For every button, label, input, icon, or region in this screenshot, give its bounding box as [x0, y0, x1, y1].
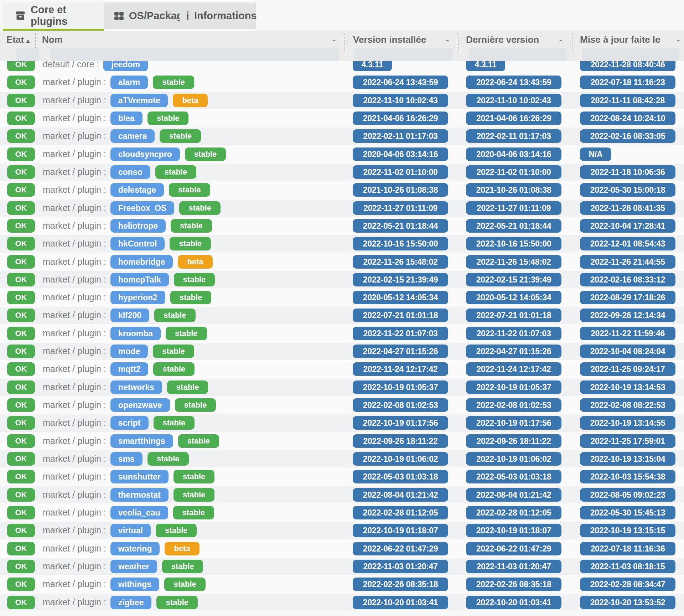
- column-divider: [344, 33, 345, 52]
- channel-badge: stable: [153, 345, 194, 358]
- plugin-name-badge[interactable]: conso: [110, 165, 150, 179]
- updated-badge: 2022-11-25 17:59:01: [580, 434, 675, 448]
- filter-derniere-version-input[interactable]: [468, 48, 567, 61]
- filter-etat-input[interactable]: [16, 48, 40, 61]
- status-badge: OK: [7, 488, 35, 502]
- installed-badge: 2022-04-27 01:15:26: [353, 345, 448, 358]
- table-row: OKmarket / plugin :consostable2022-11-02…: [0, 163, 684, 181]
- table-row: OKmarket / plugin :klf200stable2022-07-2…: [0, 306, 684, 324]
- column-control-nom[interactable]: -: [331, 34, 338, 45]
- table-row: OKmarket / plugin :kroombastable2022-11-…: [0, 324, 684, 342]
- plugin-name-badge[interactable]: veolia_eau: [110, 506, 168, 519]
- plugin-name-badge[interactable]: sunshutter: [110, 470, 169, 483]
- table-row: OKmarket / plugin :alarmstable2022-06-24…: [0, 73, 684, 91]
- channel-badge: stable: [170, 291, 212, 304]
- plugin-name-badge[interactable]: openzwave: [110, 398, 170, 412]
- table-row: OKmarket / plugin :virtualstable2022-10-…: [0, 521, 684, 539]
- plugin-name-badge[interactable]: blea: [110, 112, 142, 125]
- plugin-name-badge[interactable]: zigbee: [110, 596, 152, 609]
- plugin-name-badge[interactable]: withings: [110, 578, 159, 591]
- plugin-name-badge[interactable]: mqtt2: [110, 362, 149, 376]
- row-scope-label: market / plugin :: [43, 525, 106, 535]
- row-scope-label: market / plugin :: [43, 167, 106, 177]
- tab-core-et-plugins[interactable]: Core et plugins: [3, 2, 104, 31]
- latest-badge: 2022-08-04 01:21:42: [466, 488, 561, 502]
- column-header-etat[interactable]: Etat▲: [6, 34, 31, 45]
- plugin-name-badge[interactable]: delestage: [110, 183, 164, 197]
- status-badge: OK: [7, 434, 35, 448]
- table-row: OKmarket / plugin :openzwavestable2022-0…: [0, 396, 684, 414]
- plugin-name-badge[interactable]: mode: [110, 345, 148, 358]
- plugin-name-badge[interactable]: virtual: [110, 524, 151, 537]
- table-row: OKmarket / plugin :cloudsyncprostable202…: [0, 145, 684, 163]
- plugin-name-badge[interactable]: thermostat: [110, 488, 169, 502]
- latest-badge: 2022-11-24 12:17:42: [466, 362, 561, 376]
- installed-badge: 2022-05-21 01:18:44: [353, 219, 448, 233]
- plugin-name-badge[interactable]: hkControl: [110, 237, 165, 250]
- plugin-name-badge[interactable]: hyperion2: [110, 291, 165, 304]
- channel-badge: stable: [153, 362, 195, 376]
- column-control-version-installee[interactable]: -: [444, 34, 451, 45]
- row-scope-label: market / plugin :: [43, 561, 106, 571]
- tab-informations[interactable]: i Informations: [180, 2, 256, 29]
- latest-badge: 2022-10-19 01:05:37: [466, 381, 561, 394]
- row-scope-label: market / plugin :: [43, 310, 106, 320]
- row-scope-label: market / plugin :: [43, 95, 106, 105]
- installed-badge: 2022-02-26 08:35:18: [353, 578, 448, 591]
- latest-badge: 2022-02-11 01:17:03: [466, 129, 561, 143]
- plugin-name-badge[interactable]: sms: [110, 452, 142, 466]
- plugin-name-badge[interactable]: networks: [110, 381, 162, 394]
- channel-badge: stable: [156, 524, 197, 537]
- table-row: OKmarket / plugin :scriptstable2022-10-1…: [0, 414, 684, 432]
- installed-badge: 2022-11-22 01:07:03: [353, 327, 448, 340]
- plugin-name-badge[interactable]: heliotrope: [110, 219, 166, 233]
- plugin-name-badge[interactable]: watering: [110, 542, 160, 555]
- column-control-mise-a-jour[interactable]: -: [675, 34, 682, 45]
- filter-mise-a-jour-input[interactable]: [582, 48, 679, 61]
- updated-badge: 2022-11-18 10:06:36: [580, 165, 675, 179]
- table-row: OKmarket / plugin :heliotropestable2022-…: [0, 217, 684, 235]
- table-row: OKmarket / plugin :smartthingsstable2022…: [0, 432, 684, 450]
- column-label: Dernière version: [466, 34, 539, 45]
- plugin-name-badge[interactable]: homebridge: [110, 255, 173, 269]
- plugin-name-badge[interactable]: weather: [110, 560, 157, 573]
- channel-badge: stable: [175, 398, 216, 412]
- installed-badge: 2022-10-16 15:50:00: [353, 237, 448, 250]
- plugin-name-badge[interactable]: camera: [110, 129, 155, 143]
- updated-badge: 2022-10-19 13:14:53: [580, 381, 675, 394]
- channel-badge: stable: [173, 488, 215, 502]
- archive-icon: [15, 11, 26, 21]
- latest-badge: 2022-10-19 01:17:56: [466, 416, 561, 430]
- status-badge: OK: [7, 183, 35, 197]
- installed-badge: 2022-02-11 01:17:03: [353, 129, 448, 143]
- plugin-name-badge[interactable]: script: [110, 416, 149, 430]
- channel-badge: stable: [156, 596, 198, 609]
- latest-badge: 2022-11-26 15:48:02: [466, 255, 561, 269]
- updated-badge: 2022-11-25 09:24:17: [580, 362, 675, 376]
- plugin-name-badge[interactable]: Freebox_OS: [110, 201, 175, 215]
- plugin-name-badge[interactable]: smartthings: [110, 434, 173, 448]
- latest-badge: 2022-02-15 21:39:49: [466, 273, 561, 286]
- latest-badge: 2022-04-27 01:15:26: [466, 345, 561, 358]
- plugin-name-badge[interactable]: klf200: [110, 309, 149, 322]
- plugin-name-badge[interactable]: kroomba: [110, 327, 161, 340]
- filter-nom-input[interactable]: [50, 48, 339, 61]
- channel-badge: stable: [153, 76, 194, 89]
- column-control-derniere-version[interactable]: -: [557, 34, 564, 45]
- column-header-version-installee: Version installée: [353, 34, 426, 45]
- tab-bar: Core et plugins OS/Package i Information…: [0, 0, 684, 31]
- plugin-name-badge[interactable]: cloudsyncpro: [110, 147, 180, 161]
- filter-version-installee-input[interactable]: [354, 48, 453, 61]
- plugin-name-badge[interactable]: homepTalk: [110, 273, 169, 286]
- status-badge: OK: [7, 201, 35, 215]
- plugin-name-badge[interactable]: aTVremote: [110, 94, 168, 107]
- channel-badge: stable: [167, 381, 208, 394]
- latest-badge: 2021-10-26 01:08:38: [466, 183, 561, 197]
- plugin-name-badge[interactable]: alarm: [110, 76, 148, 89]
- updated-badge: 2022-08-05 09:02:23: [580, 488, 675, 502]
- column-header-mise-a-jour: Mise à jour faite le: [580, 34, 660, 45]
- tab-os-package[interactable]: OS/Package: [104, 2, 180, 29]
- status-badge: OK: [7, 470, 35, 483]
- table-row: OKmarket / plugin :homepTalkstable2022-0…: [0, 270, 684, 289]
- updated-badge: 2022-02-28 08:34:47: [580, 578, 675, 591]
